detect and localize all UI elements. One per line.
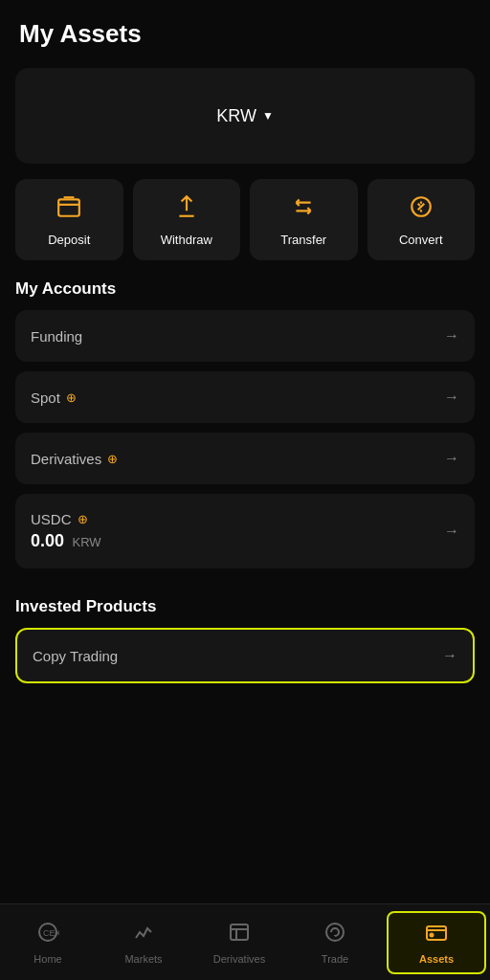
header: My Assets [0, 0, 490, 58]
deposit-button[interactable]: Deposit [15, 179, 123, 260]
transfer-button[interactable]: Transfer [250, 179, 358, 260]
account-item-derivatives[interactable]: Derivatives ⊕ → [15, 433, 475, 484]
svg-rect-4 [231, 924, 248, 940]
trade-icon [323, 921, 346, 949]
usdc-balance: 0.00 [31, 531, 64, 550]
withdraw-icon [174, 194, 199, 225]
account-item-funding[interactable]: Funding → [15, 310, 475, 362]
copy-trading-label: Copy Trading [33, 648, 118, 664]
nav-item-trade[interactable]: Trade [287, 913, 383, 972]
transfer-icon [291, 194, 316, 225]
usdc-balance-unit: KRW [73, 535, 101, 549]
nav-item-home[interactable]: CEX Home [0, 913, 96, 972]
nav-item-assets[interactable]: Assets [387, 911, 486, 974]
copy-trading-item[interactable]: Copy Trading → [15, 628, 475, 683]
derivatives-info-icon: ⊕ [107, 452, 118, 466]
spot-info-icon: ⊕ [66, 390, 77, 405]
account-name-derivatives: Derivatives ⊕ [31, 451, 118, 467]
currency-label: KRW [216, 106, 256, 126]
invested-products-title: Invested Products [15, 597, 475, 616]
assets-nav-label: Assets [419, 953, 454, 965]
action-buttons-grid: Deposit Withdraw Transfer [15, 179, 475, 260]
currency-dropdown-icon: ▼ [262, 109, 274, 122]
convert-button[interactable]: Convert [368, 179, 476, 260]
svg-rect-6 [427, 926, 446, 940]
transfer-label: Transfer [280, 233, 326, 247]
accounts-section: My Accounts Funding → Spot ⊕ → Derivativ… [0, 279, 490, 568]
accounts-section-title: My Accounts [15, 279, 475, 299]
markets-icon [132, 921, 155, 949]
spot-arrow-icon: → [444, 389, 459, 406]
home-icon: CEX [36, 921, 59, 949]
currency-selector[interactable]: KRW ▼ [216, 106, 274, 126]
trade-nav-label: Trade [322, 953, 348, 965]
convert-icon [409, 194, 434, 225]
svg-point-5 [326, 924, 344, 941]
home-nav-label: Home [33, 953, 61, 965]
derivatives-arrow-icon: → [444, 450, 459, 467]
usdc-info-icon: ⊕ [78, 512, 88, 526]
nav-item-derivatives[interactable]: Derivatives [191, 913, 287, 972]
usdc-arrow-icon: → [444, 523, 459, 540]
funding-arrow-icon: → [444, 327, 459, 345]
deposit-icon [56, 194, 81, 225]
svg-text:CEX: CEX [43, 928, 59, 938]
withdraw-button[interactable]: Withdraw [133, 179, 241, 260]
balance-card[interactable]: KRW ▼ [15, 68, 475, 164]
withdraw-label: Withdraw [161, 233, 212, 247]
copy-trading-arrow-icon: → [442, 647, 457, 664]
svg-point-7 [431, 933, 434, 936]
convert-label: Convert [399, 233, 443, 247]
account-name-spot: Spot ⊕ [31, 390, 77, 406]
account-item-usdc[interactable]: USDC ⊕ 0.00 KRW → [15, 494, 475, 568]
bottom-navigation: CEX Home Markets Derivatives [0, 903, 490, 980]
derivatives-nav-label: Derivatives [213, 953, 265, 965]
assets-icon [425, 921, 448, 949]
markets-nav-label: Markets [124, 953, 162, 965]
usdc-content: USDC ⊕ 0.00 KRW [31, 511, 101, 551]
invested-products-section: Invested Products Copy Trading → [0, 597, 490, 683]
account-name-usdc: USDC ⊕ [31, 511, 101, 527]
svg-rect-0 [58, 199, 79, 215]
deposit-label: Deposit [48, 233, 90, 247]
account-item-spot[interactable]: Spot ⊕ → [15, 371, 475, 423]
nav-item-markets[interactable]: Markets [96, 913, 191, 972]
derivatives-nav-icon [228, 921, 251, 949]
account-name-funding: Funding [31, 328, 82, 345]
page-title: My Assets [19, 19, 142, 48]
